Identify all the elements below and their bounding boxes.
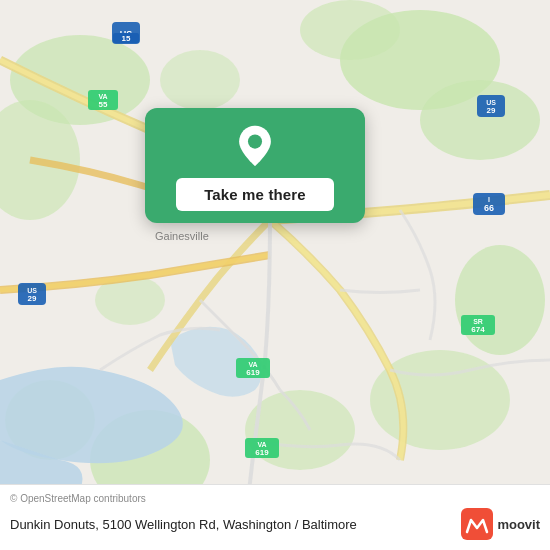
svg-text:29: 29 bbox=[487, 106, 496, 115]
svg-text:US: US bbox=[27, 287, 37, 294]
svg-point-40 bbox=[248, 135, 262, 149]
svg-text:15: 15 bbox=[122, 34, 131, 43]
svg-text:674: 674 bbox=[471, 325, 485, 334]
svg-text:55: 55 bbox=[99, 100, 108, 109]
svg-point-2 bbox=[420, 80, 540, 160]
location-pin-icon bbox=[233, 124, 277, 168]
svg-text:VA: VA bbox=[257, 441, 266, 448]
svg-rect-41 bbox=[461, 508, 493, 540]
address-row: Dunkin Donuts, 5100 Wellington Rd, Washi… bbox=[10, 508, 540, 540]
svg-point-11 bbox=[160, 50, 240, 110]
svg-text:619: 619 bbox=[246, 368, 260, 377]
svg-text:Gainesville: Gainesville bbox=[155, 230, 209, 242]
attribution: © OpenStreetMap contributors bbox=[10, 493, 540, 504]
svg-text:SR: SR bbox=[473, 318, 483, 325]
svg-text:619: 619 bbox=[255, 448, 269, 457]
svg-point-3 bbox=[300, 0, 400, 60]
take-me-there-button[interactable]: Take me there bbox=[176, 178, 334, 211]
moovit-logo: moovit bbox=[461, 508, 540, 540]
svg-text:VA: VA bbox=[248, 361, 257, 368]
info-bar: © OpenStreetMap contributors Dunkin Donu… bbox=[0, 484, 550, 550]
moovit-logo-icon bbox=[461, 508, 493, 540]
svg-point-6 bbox=[455, 245, 545, 355]
svg-text:US: US bbox=[486, 99, 496, 106]
map-container: US 15 VA 55 US 29 US 29 I 66 VA 619 VA 6… bbox=[0, 0, 550, 550]
address-text: Dunkin Donuts, 5100 Wellington Rd, Washi… bbox=[10, 517, 451, 532]
svg-text:VA: VA bbox=[98, 93, 107, 100]
map-background: US 15 VA 55 US 29 US 29 I 66 VA 619 VA 6… bbox=[0, 0, 550, 550]
svg-text:29: 29 bbox=[28, 294, 37, 303]
svg-text:I: I bbox=[488, 196, 490, 203]
popup-card: Take me there bbox=[145, 108, 365, 223]
svg-text:66: 66 bbox=[484, 203, 494, 213]
moovit-label: moovit bbox=[497, 517, 540, 532]
